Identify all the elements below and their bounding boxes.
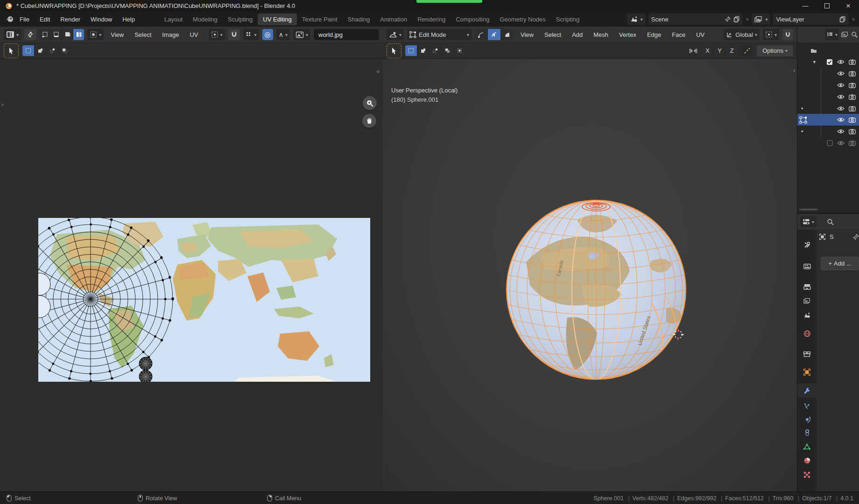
uv-pole-island-2[interactable]: [139, 370, 152, 382]
uv-box-select-new-button[interactable]: [22, 45, 35, 56]
eye-icon[interactable]: [837, 140, 845, 146]
tab-object-data[interactable]: [797, 440, 817, 454]
remove-view-layer-icon[interactable]: ×: [852, 16, 855, 23]
scene-selector[interactable]: ▾: [627, 14, 646, 25]
uv-pole-island-1[interactable]: [139, 357, 152, 370]
vp-snap-toggle[interactable]: [782, 29, 793, 40]
sphere-object[interactable]: Canada United States: [503, 194, 690, 385]
camera-visibility-icon[interactable]: [849, 106, 856, 112]
tab-uv-editing[interactable]: UV Editing: [258, 14, 296, 25]
tab-sculpting[interactable]: Sculpting: [223, 14, 258, 25]
tab-view-layer[interactable]: [797, 294, 817, 308]
tab-rendering[interactable]: Rendering: [412, 14, 451, 25]
search-icon[interactable]: [851, 31, 858, 38]
checkbox-checked-icon[interactable]: [826, 59, 833, 65]
uv-menu-image[interactable]: Image: [158, 30, 183, 40]
uv-menu-uv[interactable]: UV: [186, 30, 202, 40]
tab-animation[interactable]: Animation: [375, 14, 412, 25]
vp-menu-vertex[interactable]: Vertex: [615, 30, 640, 40]
camera-visibility-icon[interactable]: [849, 94, 856, 100]
outliner-row-sphere-selected[interactable]: [797, 114, 859, 126]
menu-help[interactable]: Help: [118, 14, 140, 25]
vp-menu-mesh[interactable]: Mesh: [590, 30, 612, 40]
outliner-expand-arrow[interactable]: ‹: [793, 67, 795, 74]
tab-tool[interactable]: [797, 238, 817, 252]
uv-sticky-mode-button[interactable]: ▾: [87, 29, 104, 40]
properties-editor-type-button[interactable]: ▾: [800, 216, 817, 227]
checkbox-empty-icon[interactable]: [827, 140, 833, 146]
uv-select-vertex-button[interactable]: [40, 29, 51, 40]
vertex-mode-button[interactable]: [475, 29, 488, 40]
eye-icon[interactable]: [837, 59, 845, 64]
camera-visibility-icon[interactable]: [849, 140, 856, 146]
tab-particles[interactable]: [797, 399, 817, 413]
tab-shading[interactable]: Shading: [343, 14, 375, 25]
outliner-row-scene-collection[interactable]: [797, 44, 859, 56]
vp-menu-select[interactable]: Select: [541, 30, 565, 40]
snap-path-button[interactable]: [741, 45, 753, 56]
vp-select-subtract-button[interactable]: [430, 45, 442, 56]
uv-sync-selection-toggle[interactable]: [24, 29, 36, 40]
mode-selector[interactable]: Edit Mode ▾: [407, 29, 472, 40]
edge-mode-button[interactable]: [488, 29, 501, 40]
uv-box-select-intersect-button[interactable]: [59, 45, 70, 56]
pin-icon[interactable]: [852, 233, 859, 240]
outliner-row-object[interactable]: [797, 79, 859, 91]
uv-proportional-falloff-button[interactable]: ∧ ▾: [276, 29, 290, 40]
vp-pivot-point-button[interactable]: ▾: [763, 29, 779, 40]
vp-select-difference-button[interactable]: [442, 45, 454, 56]
minimize-button[interactable]: —: [795, 0, 816, 12]
uv-menu-view[interactable]: View: [107, 30, 127, 40]
tab-output[interactable]: [797, 280, 817, 294]
vp-box-select-new-button[interactable]: [405, 45, 417, 56]
uv-select-island-button[interactable]: [73, 29, 84, 40]
menu-render[interactable]: Render: [56, 14, 85, 25]
tab-world[interactable]: [797, 327, 817, 341]
menu-edit[interactable]: Edit: [35, 14, 55, 25]
view-layer-name-field[interactable]: ViewLayer: [773, 14, 849, 25]
uv-select-edge-button[interactable]: [51, 29, 62, 40]
uv-active-tool-button[interactable]: [4, 43, 19, 58]
eye-icon[interactable]: [837, 71, 845, 76]
vp-select-extend-button[interactable]: [417, 45, 430, 56]
outliner-row-object[interactable]: [797, 68, 859, 79]
close-button[interactable]: ×: [838, 0, 859, 12]
transform-orientation-selector[interactable]: Global ▾: [724, 29, 760, 40]
blender-app-menu-icon[interactable]: [5, 15, 14, 23]
search-icon[interactable]: [827, 218, 834, 225]
outliner-display-mode-button[interactable]: ▾: [825, 29, 839, 40]
mirror-x-button[interactable]: X: [702, 45, 714, 56]
uv-snap-target-button[interactable]: ▾: [243, 29, 259, 40]
pin-icon[interactable]: [725, 16, 731, 22]
pan-view-button[interactable]: [362, 114, 376, 128]
vp-active-tool-button[interactable]: [387, 43, 401, 58]
camera-visibility-icon[interactable]: [849, 129, 856, 134]
camera-visibility-icon[interactable]: [849, 117, 856, 123]
tab-compositing[interactable]: Compositing: [451, 14, 494, 25]
outliner-row-object-hidden[interactable]: [797, 137, 859, 149]
outliner-filter-icon[interactable]: [841, 31, 849, 38]
new-view-layer-icon[interactable]: [839, 16, 846, 22]
uv-image-name-field[interactable]: world.jpg: [314, 29, 379, 40]
tab-material[interactable]: [797, 454, 817, 468]
uv-select-face-button[interactable]: [62, 29, 73, 40]
view-layer-selector[interactable]: ▾: [752, 14, 770, 25]
vp-menu-face[interactable]: Face: [668, 30, 689, 40]
vp-menu-add[interactable]: Add: [568, 30, 586, 40]
tab-texture-paint[interactable]: Texture Paint: [297, 14, 343, 25]
vp-select-intersect-button[interactable]: [454, 45, 465, 56]
outliner-row-object[interactable]: [797, 91, 859, 103]
viewport-canvas[interactable]: User Perspective (Local) (180) Sphere.00…: [383, 59, 797, 491]
tab-geometry-nodes[interactable]: Geometry Nodes: [494, 14, 550, 25]
vp-menu-view[interactable]: View: [517, 30, 537, 40]
eye-icon[interactable]: [837, 94, 845, 99]
tab-physics[interactable]: [797, 413, 817, 427]
tab-layout[interactable]: Layout: [159, 14, 188, 25]
scene-name-field[interactable]: Scene: [648, 14, 743, 25]
tab-constraints[interactable]: [797, 426, 817, 440]
mirror-z-button[interactable]: Z: [726, 45, 738, 56]
maximize-button[interactable]: [816, 0, 838, 12]
uv-pivot-point-button[interactable]: ▾: [209, 29, 225, 40]
camera-visibility-icon[interactable]: [849, 59, 856, 65]
uv-canvas[interactable]: ›: [0, 59, 383, 491]
